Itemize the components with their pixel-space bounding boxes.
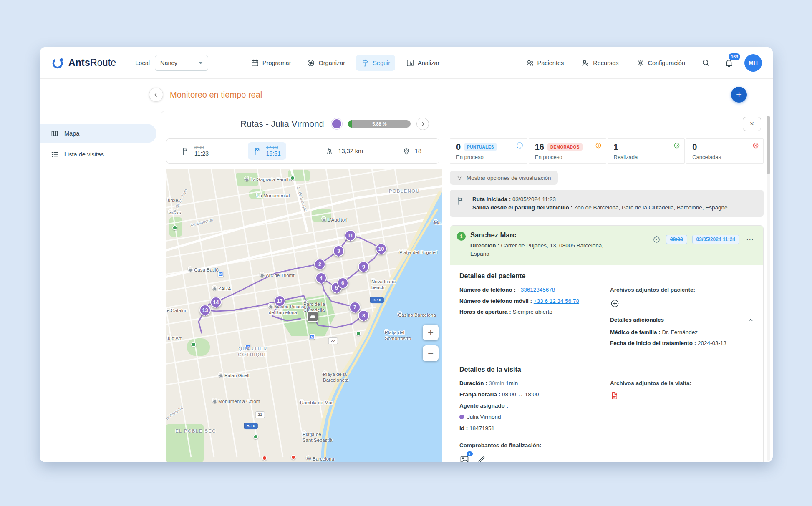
- status-count: 1: [614, 142, 618, 152]
- status-card-puntuales[interactable]: 0 PUNTUALES En proceso: [450, 138, 527, 164]
- map-stop-marker-3[interactable]: 3: [333, 245, 344, 257]
- route-start-value: 03/05/2024 11:23: [512, 196, 556, 202]
- map-stop-marker-4[interactable]: 4: [315, 272, 327, 284]
- back-button[interactable]: [149, 88, 163, 102]
- gear-icon: [636, 59, 645, 67]
- close-panel-button[interactable]: ×: [743, 117, 761, 131]
- pdf-file-icon: [610, 391, 619, 400]
- visit-card-header[interactable]: 1 Sanchez Marc Dirección : Carrer de Puj…: [450, 226, 763, 265]
- region-select[interactable]: Nancy: [155, 55, 208, 71]
- photo-proof[interactable]: 1: [459, 454, 469, 462]
- nav-organizar[interactable]: Organizar: [302, 55, 350, 71]
- map-canvas[interactable]: + − 234567891011131417La Sagrada Família…: [166, 169, 442, 462]
- end-time-stat: 17:00 19:51: [248, 142, 286, 160]
- map-stop-marker-2[interactable]: 2: [314, 259, 325, 270]
- notifications-button[interactable]: 169: [721, 55, 737, 71]
- additional-details-title: Detalles adicionales: [610, 317, 664, 323]
- nav-configuracion[interactable]: Configuración: [631, 55, 690, 71]
- top-navbar: AntsRoute Local Nancy Programar Organiza…: [40, 47, 773, 79]
- start-time-stat: 8:00 11:23: [182, 144, 209, 158]
- route-header: Rutas - Julia Virmond 5.88 % ×: [161, 111, 770, 137]
- nav-label: Pacientes: [537, 60, 564, 66]
- display-options-button[interactable]: Mostrar opciones de visualización: [450, 171, 558, 185]
- visit-card-body: Detalles del paciente Número de teléfono…: [450, 265, 763, 462]
- nav-recursos[interactable]: Recursos: [576, 55, 623, 71]
- route-start-info: Ruta iniciada : 03/05/2024 11:23 Salida …: [450, 190, 764, 217]
- map-stop-marker-14[interactable]: 14: [210, 297, 222, 308]
- treatment-value: 2024-03-13: [698, 340, 726, 346]
- zoom-in-button[interactable]: +: [423, 325, 439, 340]
- info-icon: [595, 142, 602, 149]
- map-stop-marker-9[interactable]: 9: [358, 261, 369, 272]
- sidebar-item-label: Lista de visitas: [64, 151, 104, 158]
- status-strip: 0 PUNTUALES En proceso 16 DEMORADOS En p…: [450, 138, 764, 164]
- add-attachment-button[interactable]: [610, 299, 620, 308]
- sidebar-item-lista-de-visitas[interactable]: Lista de visitas: [40, 145, 161, 164]
- map-stop-marker-7[interactable]: 7: [349, 302, 361, 313]
- additional-details-header[interactable]: Detalles adicionales: [610, 317, 754, 323]
- pdf-attachment[interactable]: [610, 391, 619, 400]
- poi-green-icon: [172, 225, 177, 230]
- visit-details-right: Archivos adjuntos de la visita:: [610, 379, 754, 436]
- poi-green-icon: [290, 176, 295, 181]
- route-start-text: Ruta iniciada : 03/05/2024 11:23 Salida …: [472, 195, 728, 211]
- nav-seguir[interactable]: Seguir: [356, 55, 395, 71]
- nav-programar[interactable]: Programar: [246, 55, 296, 71]
- avatar[interactable]: MH: [744, 54, 762, 72]
- map-zoom-controls: + −: [423, 325, 439, 361]
- map-icon: [50, 129, 59, 138]
- transit-station-icon: M: [245, 345, 251, 350]
- nav-analizar[interactable]: Analizar: [401, 55, 444, 71]
- add-button[interactable]: +: [731, 87, 747, 103]
- status-count: 0: [692, 142, 697, 152]
- planned-time-chip[interactable]: 08:03: [666, 235, 687, 244]
- search-button[interactable]: [698, 55, 714, 71]
- sidebar-item-mapa[interactable]: Mapa: [40, 124, 156, 143]
- check-circle-icon: [673, 142, 680, 149]
- status-card-canceladas[interactable]: 0 Canceladas: [686, 138, 764, 164]
- checklist-icon: [50, 150, 59, 159]
- map-stop-marker-11[interactable]: 11: [345, 230, 356, 241]
- region-value: Nancy: [160, 60, 177, 66]
- next-route-button[interactable]: [416, 118, 429, 130]
- plus-circle-icon: [610, 299, 620, 308]
- map-stop-marker-17[interactable]: 17: [274, 295, 285, 307]
- calendar-icon: [251, 59, 259, 67]
- phone-link[interactable]: +33612345678: [517, 287, 555, 293]
- car-icon: [309, 313, 316, 320]
- status-card-realizada[interactable]: 1 Realizada: [608, 138, 685, 164]
- signature-proof[interactable]: [477, 454, 487, 462]
- cancel-circle-icon: [752, 142, 759, 149]
- vehicle-marker[interactable]: [307, 311, 318, 322]
- visit-menu-button[interactable]: ⋯: [744, 234, 757, 244]
- flag-icon: [182, 147, 190, 156]
- mobile-link[interactable]: +33 6 12 34 56 78: [534, 298, 579, 304]
- zoom-out-button[interactable]: −: [423, 345, 439, 361]
- actual-time-chip[interactable]: 03/05/2024 11:24: [692, 235, 739, 244]
- section-divider: [450, 358, 763, 358]
- visit-address: Dirección : Carrer de Pujades, 13, 08005…: [470, 242, 620, 259]
- status-badge: PUNTUALES: [464, 143, 497, 151]
- route-progress-label: 5.88 %: [348, 120, 411, 128]
- scrollbar-thumb[interactable]: [767, 116, 770, 174]
- status-card-demorados[interactable]: 16 DEMORADOS En proceso: [529, 138, 606, 164]
- poi-green-icon: [356, 331, 361, 336]
- map-base-layer: [166, 169, 442, 462]
- map-stop-marker-13[interactable]: 13: [199, 305, 211, 316]
- map-stop-marker-10[interactable]: 10: [376, 243, 387, 254]
- nav-pacientes[interactable]: Pacientes: [521, 55, 569, 71]
- route-depart-label: Salida desde el parking del vehículo :: [472, 204, 572, 211]
- map-stop-marker-6[interactable]: 6: [337, 277, 348, 289]
- spinner-icon: [517, 142, 523, 149]
- chevron-right-icon: [420, 121, 426, 127]
- nav-label: Configuración: [648, 60, 685, 66]
- brand-logo[interactable]: AntsRoute: [50, 56, 116, 70]
- visit-attachments-label: Archivos adjuntos de la visita:: [610, 379, 754, 388]
- duration-label: Duración :: [459, 380, 487, 386]
- agent-label: Agente asignado :: [459, 402, 598, 410]
- scrollbar-track[interactable]: [767, 169, 770, 461]
- map-stop-marker-8[interactable]: 8: [358, 310, 369, 321]
- monitoring-card: Rutas - Julia Virmond 5.88 % × 8:00 11:2…: [161, 111, 770, 462]
- stops-count: 18: [415, 148, 421, 154]
- map-pin-icon: [402, 147, 411, 155]
